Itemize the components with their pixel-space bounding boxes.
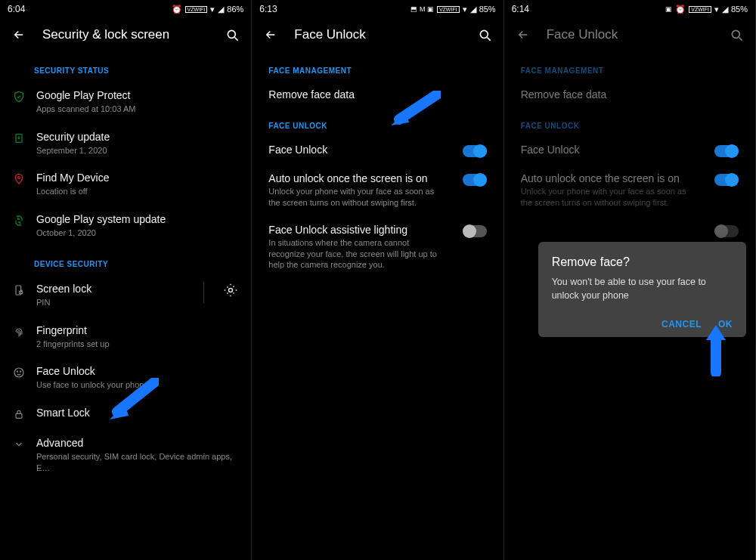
search-icon[interactable] [225,28,239,42]
row-sub: In situations where the camera cannot re… [268,237,442,271]
row-screen-lock[interactable]: Screen lock PIN [0,274,251,316]
row-title: Security update [36,130,239,144]
row-sub: Unlock your phone with your face as soon… [268,186,442,209]
row-security-update[interactable]: Security update September 1, 2020 [0,122,251,164]
battery-text: 85% [479,5,496,14]
row-remove-face-data: Remove face data [504,81,755,108]
row-auto-unlock[interactable]: Auto unlock once the screen is on Unlock… [252,165,503,216]
status-time: 6:14 [512,4,529,14]
row-sub: September 1, 2020 [36,145,239,156]
row-sub: Personal security, SIM card lock, Device… [36,451,239,474]
wifi-icon: ▾ [463,5,467,14]
status-bar: 6:14 ▣ ⏰ VZWIFI ▾ ◢ 85% [504,0,755,17]
cancel-button[interactable]: CANCEL [662,319,702,330]
row-smart-lock[interactable]: Smart Lock [0,398,251,429]
row-advanced[interactable]: Advanced Personal security, SIM card loc… [0,429,251,481]
status-time: 6:04 [8,4,25,14]
row-face-unlock-toggle[interactable]: Face Unlock [252,136,503,165]
svg-rect-9 [16,413,22,418]
section-face-unlock: FACE UNLOCK [504,108,755,136]
row-sub: 2 fingerprints set up [36,339,239,350]
svg-point-7 [17,372,17,373]
row-title: Screen lock [36,282,185,296]
row-sub: Location is off [36,186,239,197]
row-play-system-update[interactable]: Google Play system update October 1, 202… [0,205,251,246]
phone-lock-icon [12,283,26,297]
lock-icon [12,407,26,421]
wifi-icon: ▾ [714,5,719,14]
toggle-face-unlock [714,145,739,157]
svg-point-11 [732,30,739,38]
row-assistive-lighting[interactable]: Face Unlock assistive lighting In situat… [252,216,503,279]
toggle-face-unlock[interactable] [463,145,487,157]
svg-point-2 [18,177,20,179]
toggle-assistive[interactable] [463,225,487,237]
row-title: Google Play system update [36,212,239,227]
svg-point-8 [20,372,20,373]
row-title: Find My Device [36,171,239,185]
header: Face Unlock [504,17,755,53]
row-fingerprint[interactable]: Fingerprint 2 fingerprints set up [0,316,251,357]
row-title: Face Unlock assistive lighting [268,224,454,236]
section-face-management: FACE MANAGEMENT [252,53,503,81]
search-icon [730,28,743,42]
alarm-icon: ⏰ [172,5,182,14]
back-icon [516,28,530,42]
notif-icon: ▣ [665,5,672,13]
chevron-down-icon [12,438,26,451]
svg-point-10 [480,30,488,38]
svg-point-0 [228,30,236,38]
row-remove-face-data[interactable]: Remove face data [252,81,503,108]
page-title: Face Unlock [547,27,713,42]
back-icon[interactable] [12,28,26,42]
row-find-my-device[interactable]: Find My Device Location is off [0,163,251,205]
screen-security-lock: 6:04 ⏰ VZWIFI ▾ ◢ 86% Security & lock sc… [0,0,252,560]
divider [203,282,204,303]
header: Security & lock screen [0,17,251,53]
back-icon[interactable] [264,28,277,42]
notif-icon: ⬒ M ▣ [411,5,434,13]
section-face-management: FACE MANAGEMENT [504,53,755,81]
status-bar: 6:04 ⏰ VZWIFI ▾ ◢ 86% [0,0,251,17]
signal-icon: ◢ [218,5,224,14]
wifi-tag: VZWIFI [689,6,711,13]
row-sub: PIN [36,297,185,308]
row-title: Auto unlock once the screen is on [521,172,707,184]
dialog-title: Remove face? [552,255,733,269]
dialog-actions: CANCEL OK [552,319,733,330]
fingerprint-icon [12,325,26,339]
row-title: Remove face data [521,88,739,101]
status-time: 6:13 [259,4,277,14]
row-auto-unlock: Auto unlock once the screen is on Unlock… [504,165,755,216]
row-title: Auto unlock once the screen is on [268,172,454,184]
row-title: Face Unlock [521,144,707,156]
page-title: Face Unlock [294,27,460,42]
row-sub: Apps scanned at 10:03 AM [36,104,239,115]
row-sub: Unlock your phone with your face as soon… [521,186,695,209]
row-title: Fingerprint [36,323,239,338]
status-right: ▣ ⏰ VZWIFI ▾ ◢ 85% [665,5,748,14]
update-icon [12,131,26,145]
status-bar: 6:13 ⬒ M ▣ VZWIFI ▾ ◢ 85% [252,0,503,17]
battery-text: 85% [731,5,748,14]
battery-text: 86% [227,5,243,14]
screen-face-unlock: 6:13 ⬒ M ▣ VZWIFI ▾ ◢ 85% Face Unlock FA… [252,0,503,560]
row-play-protect[interactable]: Google Play Protect Apps scanned at 10:0… [0,81,251,122]
ok-button[interactable]: OK [718,319,733,330]
gear-icon[interactable] [222,282,239,299]
status-right: ⏰ VZWIFI ▾ ◢ 86% [172,5,244,14]
row-sub: Use face to unlock your phone [36,379,239,391]
toggle-auto-unlock[interactable] [463,174,487,186]
svg-point-5 [229,288,233,292]
row-title: Face Unlock [268,144,454,156]
search-icon[interactable] [478,28,491,42]
header: Face Unlock [252,17,503,53]
alarm-icon: ⏰ [675,5,686,14]
system-update-icon [12,214,26,227]
signal-icon: ◢ [470,5,476,14]
wifi-tag: VZWIFI [185,6,208,13]
row-face-unlock[interactable]: Face Unlock Use face to unlock your phon… [0,357,251,398]
face-icon [12,366,26,379]
row-sub: October 1, 2020 [36,227,239,239]
row-title: Remove face data [268,88,486,101]
